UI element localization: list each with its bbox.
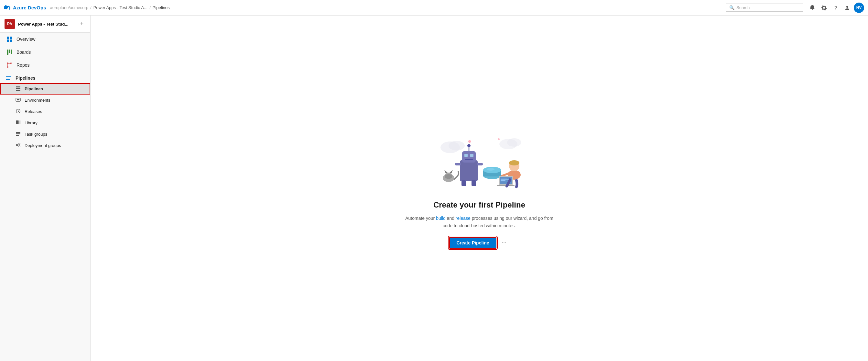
create-pipeline-button[interactable]: Create Pipeline	[449, 237, 496, 249]
svg-rect-41	[462, 151, 476, 163]
empty-state-description: Automate your build and release processe…	[405, 215, 553, 229]
sidebar-item-boards-label: Boards	[17, 50, 31, 55]
pipeline-actions: Create Pipeline ···	[449, 237, 509, 249]
build-link[interactable]: build	[436, 216, 446, 221]
user-settings-icon[interactable]	[842, 3, 852, 13]
svg-rect-21	[20, 120, 20, 124]
pipeline-illustration	[431, 128, 528, 193]
svg-point-35	[498, 138, 500, 140]
svg-rect-45	[470, 154, 473, 157]
svg-point-25	[16, 144, 18, 146]
sidebar-item-overview-label: Overview	[17, 36, 35, 42]
sidebar-item-library[interactable]: Library	[0, 117, 90, 129]
sidebar-item-releases[interactable]: Releases	[0, 106, 90, 117]
svg-rect-13	[16, 88, 20, 89]
svg-rect-49	[462, 180, 466, 186]
svg-line-29	[18, 145, 19, 146]
sidebar-item-pipelines-label: Pipelines	[25, 86, 43, 91]
svg-rect-24	[16, 135, 19, 136]
release-link[interactable]: release	[456, 216, 470, 221]
sidebar-item-repos-label: Repos	[17, 62, 29, 68]
sidebar-item-releases-label: Releases	[25, 109, 42, 114]
sidebar-item-task-groups-label: Task groups	[25, 132, 47, 137]
ellipsis-icon: ···	[502, 239, 506, 246]
svg-point-9	[7, 66, 8, 68]
svg-point-26	[19, 143, 20, 144]
sidebar-item-boards[interactable]: Boards	[0, 46, 90, 59]
deployment-groups-icon	[16, 142, 21, 148]
search-placeholder: Search	[736, 5, 750, 10]
boards-icon	[6, 49, 12, 55]
overview-icon	[6, 36, 12, 43]
svg-point-37	[445, 172, 453, 179]
svg-line-28	[18, 144, 19, 145]
breadcrumb-sep-1: /	[90, 5, 92, 10]
help-icon[interactable]: ?	[831, 3, 841, 13]
svg-rect-1	[10, 36, 12, 39]
pipelines-section-icon	[5, 75, 12, 81]
user-avatar[interactable]: NV	[854, 3, 864, 13]
project-header: PA Power Apps - Test Stud... +	[0, 16, 90, 33]
settings-icon[interactable]	[819, 3, 829, 13]
main-content: Create your first Pipeline Automate your…	[91, 16, 868, 361]
search-icon: 🔍	[729, 5, 735, 10]
sidebar-item-library-label: Library	[25, 120, 37, 125]
sidebar: PA Power Apps - Test Stud... + Overview …	[0, 16, 91, 361]
sidebar-item-repos[interactable]: Repos	[0, 59, 90, 72]
sidebar-item-deployment-groups[interactable]: Deployment groups	[0, 140, 90, 151]
svg-rect-47	[455, 163, 461, 165]
svg-rect-0	[7, 36, 9, 39]
breadcrumb-current: Pipelines	[153, 5, 170, 10]
svg-point-31	[448, 141, 465, 150]
sidebar-section-pipelines-label: Pipelines	[16, 76, 35, 81]
more-options-button[interactable]: ···	[499, 238, 509, 248]
project-name: Power Apps - Test Stud...	[18, 22, 75, 27]
svg-rect-46	[465, 159, 473, 160]
svg-marker-39	[450, 170, 453, 173]
svg-rect-16	[17, 99, 20, 100]
svg-rect-19	[17, 120, 18, 124]
svg-rect-12	[16, 86, 20, 87]
project-avatar: PA	[4, 19, 15, 29]
breadcrumb-project[interactable]: Power Apps - Test Studio A...	[93, 5, 148, 10]
svg-rect-20	[19, 120, 20, 124]
library-icon	[16, 120, 21, 126]
svg-rect-44	[464, 154, 468, 157]
sidebar-item-task-groups[interactable]: Task groups	[0, 129, 90, 140]
svg-rect-14	[16, 90, 20, 91]
search-box[interactable]: 🔍 Search	[726, 4, 803, 12]
sidebar-item-environments[interactable]: Environments	[0, 94, 90, 106]
sidebar-item-deployment-groups-label: Deployment groups	[25, 143, 61, 148]
top-nav: Azure DevOps aeroplane/acmecorp / Power …	[0, 0, 868, 16]
svg-rect-61	[501, 178, 507, 178]
svg-rect-3	[10, 39, 12, 42]
add-project-button[interactable]: +	[78, 20, 86, 28]
logo-text: Azure DevOps	[13, 5, 46, 10]
sidebar-item-pipelines[interactable]: Pipelines	[0, 83, 90, 94]
environments-icon	[16, 97, 21, 103]
svg-rect-2	[7, 39, 9, 42]
svg-marker-38	[444, 170, 447, 173]
svg-rect-5	[9, 50, 10, 53]
releases-icon	[16, 108, 21, 115]
azure-devops-logo[interactable]: Azure DevOps	[4, 4, 46, 11]
sidebar-section-pipelines[interactable]: Pipelines	[0, 72, 90, 83]
svg-rect-4	[7, 50, 8, 55]
sidebar-item-environments-label: Environments	[25, 98, 50, 103]
svg-rect-40	[460, 160, 478, 181]
sidebar-item-overview[interactable]: Overview	[0, 33, 90, 46]
pipeline-empty-state: Create your first Pipeline Automate your…	[399, 115, 560, 261]
task-groups-icon	[16, 131, 21, 137]
svg-rect-23	[16, 133, 20, 134]
svg-point-43	[467, 144, 470, 147]
svg-point-54	[487, 168, 494, 171]
app-body: PA Power Apps - Test Stud... + Overview …	[0, 16, 868, 361]
svg-rect-48	[477, 163, 483, 165]
svg-rect-18	[16, 120, 17, 124]
breadcrumb: aeroplane/acmecorp / Power Apps - Test S…	[50, 5, 722, 10]
notifications-icon[interactable]	[807, 3, 817, 13]
breadcrumb-sep-2: /	[149, 5, 151, 10]
svg-point-27	[19, 146, 20, 147]
svg-rect-6	[11, 50, 12, 54]
svg-rect-63	[501, 180, 505, 181]
